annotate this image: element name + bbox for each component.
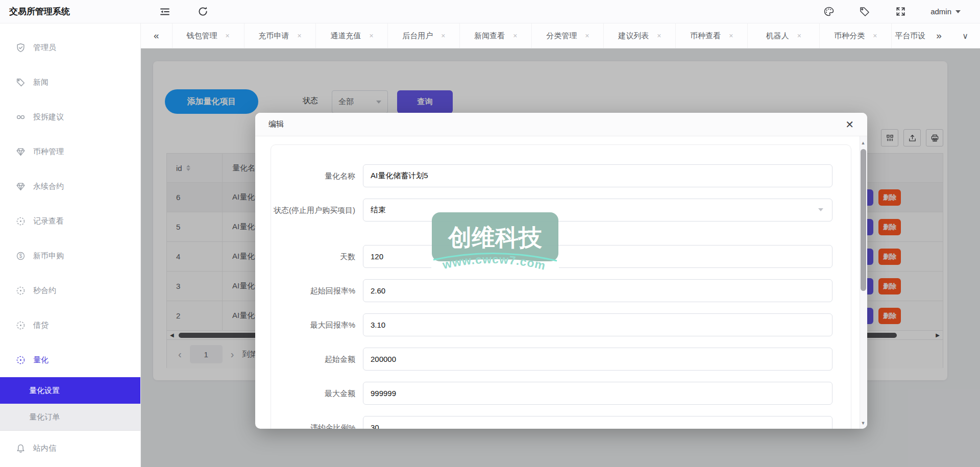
tab-close-icon[interactable]: × [441,32,445,40]
tag-icon [15,77,26,87]
sidebar-item-messages[interactable]: 站内信 [0,431,140,465]
tab-close-icon[interactable]: × [797,32,801,40]
form-row: 状态(停止用户购买项目) [271,199,851,222]
tab-close-icon[interactable]: × [585,32,589,40]
scroll-down-icon[interactable]: ▼ [860,421,866,426]
select-caret-icon [818,208,823,211]
status-select[interactable] [363,199,832,222]
user-caret-icon [955,10,961,13]
tab-channel-deposit[interactable]: 通道充值× [316,23,388,48]
sidebar-item-admin[interactable]: 管理员 [0,30,140,65]
quant-name-field [363,164,832,187]
form-row: 最大金额 [271,382,851,405]
tab-close-icon[interactable]: × [225,32,229,40]
tab-suggestions[interactable]: 建议列表× [604,23,676,48]
gem-icon [15,181,26,191]
start-amount-field [363,348,832,371]
shield-check-icon [15,42,26,53]
tab-coin-view[interactable]: 币种查看× [676,23,748,48]
sidebar-item-label: 新闻 [33,78,48,87]
quant-submenu: 量化设置 量化订单 [0,377,140,431]
modal-title: 编辑 [268,119,284,129]
sidebar-subitem-quant-orders[interactable]: 量化订单 [0,404,140,430]
sidebar-item-second-contract[interactable]: 秒合约 [0,273,140,308]
tab-news-view[interactable]: 新闻查看× [460,23,532,48]
dashed-clock-icon [15,320,26,330]
tab-close-icon[interactable]: × [657,32,661,40]
tab-deposit-request[interactable]: 充币申请× [244,23,316,48]
start-rate-field [363,279,832,302]
modal-body: 量化名称 状态(停止用户购买项目) 天数 [255,136,867,429]
sidebar-item-records[interactable]: 记录查看 [0,204,140,238]
fullscreen-icon[interactable] [895,6,906,17]
scroll-up-icon[interactable]: ▲ [860,140,866,145]
tab-close-icon[interactable]: × [873,32,877,40]
tab-platform-coin[interactable]: 平台币设 [892,23,927,48]
tabs-scroll-right-button[interactable]: » [927,23,951,48]
sidebar-item-label: 站内信 [33,444,56,453]
collapse-sidebar-icon[interactable] [159,6,170,17]
sidebar-item-news[interactable]: 新闻 [0,65,140,100]
start-rate-input[interactable] [363,279,832,302]
form-row: 违约金比例% [271,416,851,429]
field-label: 量化名称 [271,164,355,187]
field-label: 状态(停止用户购买项目) [271,199,355,222]
form-row: 量化名称 [271,164,851,187]
modal-scrollbar-thumb[interactable] [861,149,866,291]
sidebar-item-quant[interactable]: 量化 [0,342,140,377]
tab-category[interactable]: 分类管理× [532,23,604,48]
field-label: 最大金额 [271,382,355,405]
top-header: 交易所管理系统 [0,0,980,23]
tab-wallet[interactable]: 钱包管理× [173,23,244,48]
penalty-rate-input[interactable] [363,416,832,429]
sidebar-item-label: 借贷 [33,321,48,330]
gem-icon [15,146,26,157]
tabs-dropdown-button[interactable]: ∨ [950,23,980,48]
days-field [363,245,832,268]
sidebar-subitem-quant-settings[interactable]: 量化设置 [0,377,140,404]
penalty-rate-field [363,416,832,429]
tab-admin-users[interactable]: 后台用户× [388,23,460,48]
svg-text:$: $ [19,253,22,259]
tab-close-icon[interactable]: × [297,32,301,40]
sidebar-item-suggestions[interactable]: 投拆建议 [0,100,140,134]
tab-close-icon[interactable]: × [369,32,373,40]
tab-close-icon[interactable]: × [513,32,517,40]
app-title: 交易所管理系统 [0,6,141,17]
tab-bar: « 钱包管理× 充币申请× 通道充值× 后台用户× 新闻查看× 分类管理× 建议… [141,23,980,48]
max-rate-field [363,313,832,336]
modal-close-icon[interactable]: ✕ [845,119,854,130]
sidebar-item-coin-management[interactable]: 币种管理 [0,134,140,169]
dashed-clock-icon [15,216,26,226]
max-rate-input[interactable] [363,313,832,336]
exchange-admin-app: 交易所管理系统 [0,0,980,467]
sidebar-item-label: 秒合约 [33,286,56,296]
field-label: 起始金额 [271,348,355,371]
start-amount-input[interactable] [363,348,832,371]
sidebar-item-label: 记录查看 [33,216,64,226]
theme-palette-icon[interactable] [823,6,835,17]
tabs-scroll-left-button[interactable]: « [141,23,173,48]
dashed-clock-icon [15,355,26,365]
quant-name-input[interactable] [363,164,832,187]
sidebar-item-label: 新币申购 [33,251,64,261]
form-row: 天数 [271,245,851,268]
user-menu[interactable]: admin [930,7,961,16]
dashed-clock-icon [15,285,26,296]
edit-form: 量化名称 状态(停止用户购买项目) 天数 [271,144,851,429]
tab-close-icon[interactable]: × [729,32,733,40]
sidebar-item-lending[interactable]: 借贷 [0,308,140,342]
days-input[interactable] [363,245,832,268]
tag-icon[interactable] [859,6,870,17]
max-amount-input[interactable] [363,382,832,405]
sidebar-item-label: 管理员 [33,43,56,53]
refresh-icon[interactable] [197,6,208,17]
sidebar-item-perpetual[interactable]: 永续合约 [0,169,140,204]
tab-coin-category[interactable]: 币种分类× [820,23,892,48]
tab-robot[interactable]: 机器人× [748,23,820,48]
form-row: 起始金额 [271,348,851,371]
sidebar-item-new-coin[interactable]: $ 新币申购 [0,238,140,273]
field-label: 天数 [271,245,355,268]
header-actions: admin [823,6,980,17]
form-row: 起始回报率% [271,279,851,302]
